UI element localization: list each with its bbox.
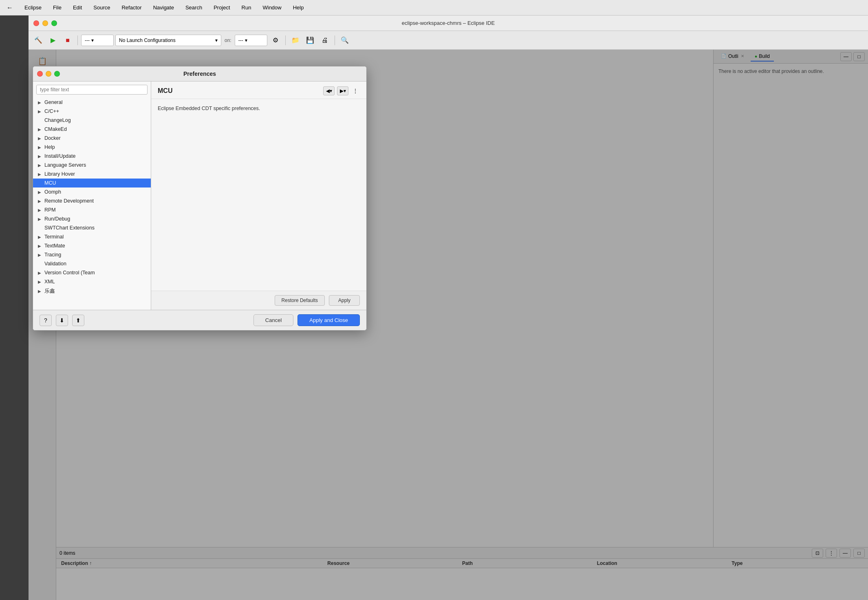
tree-item-terminal[interactable]: ▶ Terminal <box>33 232 151 241</box>
maximize-window-button[interactable] <box>51 20 57 26</box>
tree-item-changelog[interactable]: ▶ ChangeLog <box>33 116 151 125</box>
dialog-minimize-button[interactable] <box>46 71 51 77</box>
chevron-down-icon: ▾ <box>215 38 218 43</box>
tree-item-oomph[interactable]: ▶ Oomph <box>33 188 151 196</box>
forward-button[interactable]: ▶▾ <box>337 86 348 95</box>
launch-mode-dropdown[interactable]: --- ▾ <box>81 35 114 46</box>
apply-button[interactable]: Apply <box>329 295 360 306</box>
tree-item-textmate[interactable]: ▶ TextMate <box>33 241 151 250</box>
tree-item-label: Docker <box>44 135 61 141</box>
eclipse-main-area: 📋 🔧 Preferences <box>29 50 868 600</box>
import-icon: ⬇ <box>59 317 64 324</box>
menu-help[interactable]: Help <box>290 4 307 11</box>
tree-item-label: Run/Debug <box>44 216 70 222</box>
toolbar-save-button[interactable]: 💾 <box>304 34 317 47</box>
chevron-right-icon: ▶ <box>38 154 43 159</box>
tree-item-label: 乐鑫 <box>44 288 55 295</box>
filter-input[interactable] <box>36 85 148 95</box>
close-window-button[interactable] <box>33 20 39 26</box>
tree-item-swtchart[interactable]: ▶ SWTChart Extensions <box>33 223 151 232</box>
toolbar-new-button[interactable]: 📁 <box>289 34 302 47</box>
menu-search[interactable]: Search <box>182 4 205 11</box>
dialog-maximize-button[interactable] <box>54 71 60 77</box>
apply-and-close-button[interactable]: Apply and Close <box>297 314 360 326</box>
chevron-right-icon: ▶ <box>38 190 43 194</box>
tree-item-lexin[interactable]: ▶ 乐鑫 <box>33 286 151 296</box>
tree-item-label: Language Servers <box>44 162 86 168</box>
export-button[interactable]: ⬆ <box>72 315 84 326</box>
tree-item-label: MCU <box>44 180 56 186</box>
chevron-right-icon: ▶ <box>38 280 43 284</box>
tree-item-remotedevelopment[interactable]: ▶ Remote Development <box>33 196 151 205</box>
tree-item-label: General <box>44 99 62 105</box>
dialog-body: ▶ General ▶ C/C++ ▶ ChangeLog <box>33 82 366 310</box>
menu-edit[interactable]: Edit <box>70 4 85 11</box>
preferences-tree-list: ▶ General ▶ C/C++ ▶ ChangeLog <box>33 98 151 310</box>
tree-item-libraryhover[interactable]: ▶ Library Hover <box>33 170 151 179</box>
chevron-right-icon: ▶ <box>38 145 43 150</box>
chevron-right-icon: ▶ <box>38 100 43 105</box>
chevron-right-icon: ▶ <box>38 217 43 221</box>
help-button[interactable]: ? <box>40 315 52 326</box>
cancel-button[interactable]: Cancel <box>253 314 293 326</box>
export-icon: ⬆ <box>76 317 81 324</box>
tree-item-versioncontrol[interactable]: ▶ Version Control (Team <box>33 268 151 277</box>
tree-item-label: TextMate <box>44 243 65 249</box>
back-button[interactable]: ◀▾ <box>323 86 335 95</box>
forward-icon: ▶ <box>340 88 344 94</box>
menu-source[interactable]: Source <box>90 4 113 11</box>
chevron-down-icon: ▾ <box>245 38 247 43</box>
toolbar-run-button[interactable]: ▶ <box>46 34 59 47</box>
import-button[interactable]: ⬇ <box>56 315 68 326</box>
menu-window[interactable]: Window <box>259 4 284 11</box>
tree-item-general[interactable]: ▶ General <box>33 98 151 107</box>
dialog-bottom-left: ? ⬇ ⬆ <box>40 315 84 326</box>
menu-navigate[interactable]: Navigate <box>150 4 177 11</box>
dialog-close-button[interactable] <box>37 71 43 77</box>
tree-item-rpm[interactable]: ▶ RPM <box>33 205 151 214</box>
toolbar-print-button[interactable]: 🖨 <box>318 34 331 47</box>
preferences-dialog-overlay: Preferences ▶ General <box>29 50 868 600</box>
launch-config-dropdown[interactable]: No Launch Configurations ▾ <box>115 35 221 46</box>
chevron-right-icon: ▶ <box>38 163 43 168</box>
menu-file[interactable]: File <box>50 4 65 11</box>
minimize-window-button[interactable] <box>42 20 48 26</box>
chevron-right-icon: ▶ <box>38 109 43 114</box>
tree-item-label: C/C++ <box>44 108 59 114</box>
back-icon: ◀ <box>326 88 330 94</box>
toolbar-search-button[interactable]: 🔍 <box>338 34 351 47</box>
tree-item-languageservers[interactable]: ▶ Language Servers <box>33 161 151 170</box>
tree-item-mcu[interactable]: ▶ MCU <box>33 179 151 188</box>
preferences-nav-buttons: ◀▾ ▶▾ ⋮ <box>323 86 360 95</box>
tree-item-ccpp[interactable]: ▶ C/C++ <box>33 107 151 116</box>
preferences-content: MCU ◀▾ ▶▾ ⋮ <box>151 82 366 310</box>
toolbar-settings-button[interactable]: ⚙ <box>269 34 282 47</box>
dialog-traffic-lights <box>37 71 60 77</box>
menu-run[interactable]: Run <box>238 4 255 11</box>
dialog-bottom-bar: ? ⬇ ⬆ Cancel Apply and Close <box>33 310 366 330</box>
preferences-content-header: MCU ◀▾ ▶▾ ⋮ <box>151 82 366 99</box>
on-label: on: <box>225 38 231 43</box>
tree-item-cmakeed[interactable]: ▶ CMakeEd <box>33 125 151 134</box>
menu-eclipse[interactable]: Eclipse <box>21 4 45 11</box>
tree-item-validation[interactable]: ▶ Validation <box>33 259 151 268</box>
tree-item-tracing[interactable]: ▶ Tracing <box>33 250 151 259</box>
restore-defaults-button[interactable]: Restore Defaults <box>275 295 325 306</box>
menu-project[interactable]: Project <box>210 4 233 11</box>
tree-item-help[interactable]: ▶ Help <box>33 143 151 152</box>
tree-item-rundebug[interactable]: ▶ Run/Debug <box>33 214 151 223</box>
tree-item-label: SWTChart Extensions <box>44 225 95 231</box>
toolbar-build-button[interactable]: 🔨 <box>32 34 45 47</box>
toolbar-stop-button[interactable]: ■ <box>61 34 74 47</box>
preferences-tree: ▶ General ▶ C/C++ ▶ ChangeLog <box>33 82 151 310</box>
tree-item-xml[interactable]: ▶ XML <box>33 277 151 286</box>
tree-item-label: Terminal <box>44 234 64 240</box>
tree-item-installupdate[interactable]: ▶ Install/Update <box>33 152 151 161</box>
dialog-title: Preferences <box>183 71 216 77</box>
tree-item-docker[interactable]: ▶ Docker <box>33 134 151 143</box>
chevron-right-icon: ▶ <box>38 244 43 248</box>
target-dropdown[interactable]: --- ▾ <box>235 35 267 46</box>
chevron-right-icon: ▶ <box>38 289 43 293</box>
menu-refactor[interactable]: Refactor <box>118 4 145 11</box>
content-menu-button[interactable]: ⋮ <box>351 86 360 95</box>
